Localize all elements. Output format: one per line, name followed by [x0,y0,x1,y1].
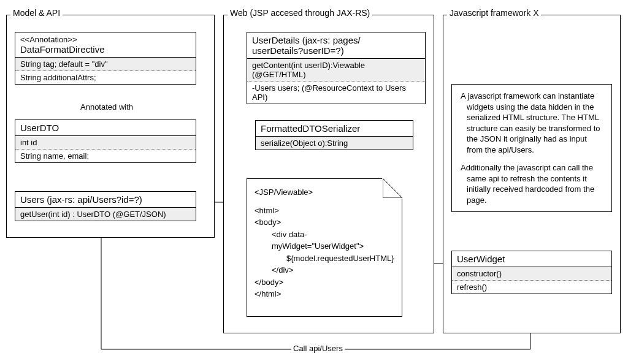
doc-line: <JSP/Viewable> [255,186,394,199]
users-method-getuser: getUser(int id) : UserDTO (@GET/JSON) [15,208,196,221]
class-name-userdetails: UserDetails (jax-rs: pages/ userDetails?… [247,32,425,59]
class-name-userdto: UserDTO [15,120,196,136]
note-js-description: A javascript framework can instantiate w… [451,84,612,212]
dfd-field-attrs: String additionalAttrs; [15,71,196,84]
doc-line: </html> [255,288,394,300]
class-name-dfd: <<Annotation>> DataFormatDirective [15,32,196,58]
class-name-userwidget: UserWidget [452,251,611,267]
userdto-field-name-email: String name, email; [15,150,196,162]
doc-line: <div data-myWidget="UserWidget"> [255,229,394,252]
label-annotated-with: Annotated with [78,102,135,112]
note-p2: Additionally the javascript can call the… [461,162,603,205]
container-label-js: Javascript framework X [447,8,541,18]
class-users: Users (jax-rs: api/Users?id=?) getUser(i… [15,191,196,221]
doc-line: ${model.requestedUserHTML} [255,252,394,265]
class-name-serializer: FormattedDTOSerializer [256,121,413,137]
userwidget-method-refresh: refresh() [452,281,611,294]
class-userwidget: UserWidget constructor() refresh() [451,251,612,294]
container-label-web: Web (JSP accesed through JAX-RS) [228,8,372,18]
doc-line: <body> [255,216,394,229]
class-dataformatdirective: <<Annotation>> DataFormatDirective Strin… [15,32,196,85]
class-userdetails: UserDetails (jax-rs: pages/ userDetails?… [247,32,426,104]
dfd-field-tag: String tag; default = "div" [15,58,196,71]
doc-line: </body> [255,276,394,289]
note-p1: A javascript framework can instantiate w… [461,91,603,155]
userdetails-method-getcontent: getContent(int userID):Viewable (@GET/HT… [247,59,425,82]
doc-line: <html> [255,205,394,217]
class-name-users: Users (jax-rs: api/Users?id=?) [15,192,196,208]
document-fold-icon [383,178,402,198]
userdto-field-id: int id [15,136,196,150]
userwidget-method-constructor: constructor() [452,267,611,281]
class-serializer: FormattedDTOSerializer serialize(Object … [255,120,413,150]
class-userdto: UserDTO int id String name, email; [15,119,196,163]
doc-line: </div> [255,264,394,276]
label-call-api-users: Call api/Users [291,344,345,353]
container-label-model: Model & API [10,8,63,18]
userdetails-field-users: -Users users; (@ResourceContext to Users… [247,82,425,104]
serializer-method-serialize: serialize(Object o):String [256,137,413,150]
jsp-document: <JSP/Viewable> <html> <body> <div data-m… [247,178,402,317]
